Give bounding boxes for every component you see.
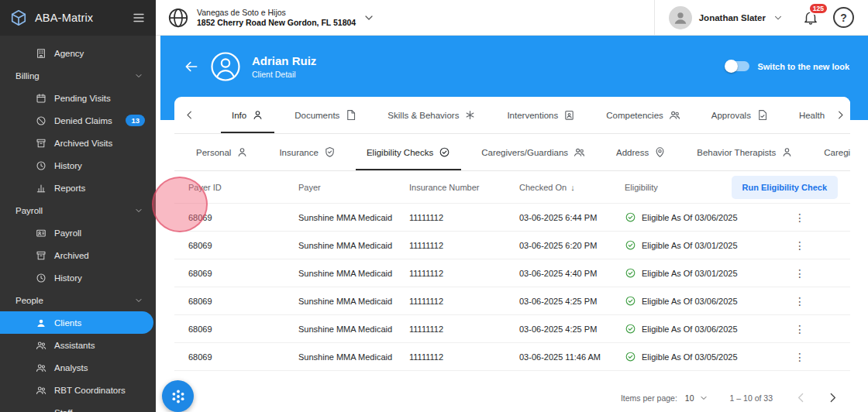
facility-selector[interactable]: Vanegas de Soto e Hijos 1852 Cherry Road… [156,0,383,35]
subtab-caregiver-management[interactable]: Caregiver Management [808,134,850,170]
sidebar-section-people[interactable]: People [0,289,156,311]
denied-claims-badge: 13 [126,115,145,126]
row-actions-button[interactable]: ⋮ [792,323,808,335]
client-avatar-icon [210,51,241,82]
new-look-toggle[interactable]: Switch to the new look [726,61,849,71]
tab-approvals[interactable]: Approvals [696,97,784,133]
subtab-personal[interactable]: Personal [181,134,264,170]
tab-label: Insurance [279,148,319,157]
sidebar-item-label: Clients [54,318,81,328]
sidebar-item-reports[interactable]: Reports [0,177,156,199]
subtab-caregivers-guardians[interactable]: Caregivers/Guardians [466,134,601,170]
page-nav [794,391,839,404]
sidebar-item-agency[interactable]: Agency [0,42,156,64]
row-actions-button[interactable]: ⋮ [792,351,808,363]
sidebar-item-denied-claims[interactable]: Denied Claims 13 [0,109,156,132]
cell-eligibility: Eligible As Of 03/06/2025 [625,295,792,307]
top-bar-right: Jonathan Slater 125 ? [654,0,868,35]
table-header: Payer ID Payer Insurance Number Checked … [174,171,850,204]
people-icon [36,362,47,373]
column-checked-on[interactable]: Checked On ↓ [519,183,625,192]
subtab-address[interactable]: Address [601,134,681,170]
sidebar-item-archived-visits[interactable]: Archived Visits [0,132,156,154]
client-name: Adrian Ruiz [252,54,316,67]
row-actions-button[interactable]: ⋮ [792,239,808,252]
column-insurance-number[interactable]: Insurance Number [409,183,519,192]
eligible-check-icon [625,295,636,307]
subtab-behavior-therapists[interactable]: Behavior Therapists [681,134,808,170]
tab-documents[interactable]: Documents [279,97,372,133]
sidebar-item-pending-visits[interactable]: Pending Visits [0,87,156,109]
tab-competencies[interactable]: Competencies [591,97,696,133]
sidebar-item-label: Denied Claims [54,116,112,125]
next-page-icon[interactable] [826,391,839,404]
row-actions-button[interactable]: ⋮ [792,295,808,307]
sidebar-item-payroll[interactable]: Payroll [0,221,156,244]
sidebar-item-label: Payroll [54,228,81,238]
column-payer-id[interactable]: Payer ID [188,183,298,192]
subtab-insurance[interactable]: Insurance [264,134,351,170]
sidebar-section-billing[interactable]: Billing [0,64,156,87]
tab-interventions[interactable]: Interventions [491,97,591,133]
items-per-page-value: 10 [685,393,694,403]
cell-insurance-number: 11111112 [409,324,519,334]
tab-skills-behaviors[interactable]: Skills & Behaviors [372,97,491,133]
chevron-down-icon [773,12,784,23]
facility-name: Vanegas de Soto e Hijos [197,8,356,17]
sidebar-item-payroll-history[interactable]: History [0,266,156,289]
sidebar-section-payroll[interactable]: Payroll [0,199,156,221]
tabs-scroll-left[interactable] [179,97,199,133]
tab-info[interactable]: Info [216,97,279,133]
cell-eligibility: Eligible As Of 03/01/2025 [625,267,792,279]
eligibility-text: Eligible As Of 03/01/2025 [642,241,738,250]
items-per-page-select[interactable]: 10 [685,393,708,403]
table-row: 68069 Sunshine MMA Medicaid 11111112 03-… [174,232,850,259]
back-button[interactable] [184,59,199,74]
row-actions-button[interactable]: ⋮ [792,211,808,224]
sidebar-item-label: History [54,161,82,170]
top-bar: ABA-Matrix Vanegas de Soto e Hijos 1852 … [0,0,868,36]
sidebar-item-label: Reports [54,184,85,193]
history-icon [36,273,47,283]
cell-payer: Sunshine MMA Medicaid [298,241,409,250]
sidebar-item-staff[interactable]: Staff [0,401,156,412]
eligibility-text: Eligible As Of 03/01/2025 [642,269,738,278]
cell-payer-id: 68069 [188,297,298,306]
help-button[interactable]: ? [833,7,854,28]
archive-icon [36,250,47,261]
eligible-check-icon [625,351,636,362]
previous-page-icon[interactable] [794,391,808,404]
chat-widget-button[interactable] [162,380,194,412]
sidebar-item-assistants[interactable]: Assistants [0,334,156,356]
cell-payer-id: 68069 [188,213,298,222]
toggle-switch[interactable] [726,61,749,71]
sidebar-item-analysts[interactable]: Analysts [0,356,156,379]
sidebar-item-label: Analysts [54,363,88,373]
sidebar-item-payroll-archived[interactable]: Archived [0,244,156,266]
tab-label: Skills & Behaviors [388,111,459,120]
items-per-page-label: Items per page: [621,393,677,403]
cell-checked-on: 03-06-2025 4:25 PM [519,297,625,306]
sidebar-item-rbt-coordinators[interactable]: RBT Coordinators [0,379,156,401]
eligibility-text: Eligible As Of 03/06/2025 [642,213,738,222]
cell-eligibility: Eligible As Of 03/06/2025 [625,323,792,335]
tab-label: Personal [196,148,231,157]
notifications-button[interactable]: 125 [802,9,819,26]
sidebar-item-clients[interactable]: Clients [0,311,153,334]
cell-insurance-number: 11111112 [409,269,519,278]
facility-address: 1852 Cherry Road New Gordon, FL 51804 [197,18,356,27]
sidebar-item-billing-history[interactable]: History [0,154,156,177]
column-payer[interactable]: Payer [298,183,409,192]
menu-icon[interactable] [132,11,146,25]
user-name: Jonathan Slater [699,13,766,22]
subtab-eligibility-checks[interactable]: Eligibility Checks [351,134,466,170]
tabs-scroll-right[interactable] [830,97,850,133]
section-label: Payroll [16,206,43,215]
eligibility-text: Eligible As Of 03/06/2025 [642,297,738,306]
row-actions-button[interactable]: ⋮ [792,267,808,280]
eligibility-text: Eligible As Of 03/05/2025 [642,352,738,362]
sidebar-item-label: Agency [54,49,84,58]
run-eligibility-check-button[interactable]: Run Eligibility Check [732,176,838,199]
user-menu[interactable]: Jonathan Slater [654,0,793,35]
tab-label: Competencies [606,111,663,120]
